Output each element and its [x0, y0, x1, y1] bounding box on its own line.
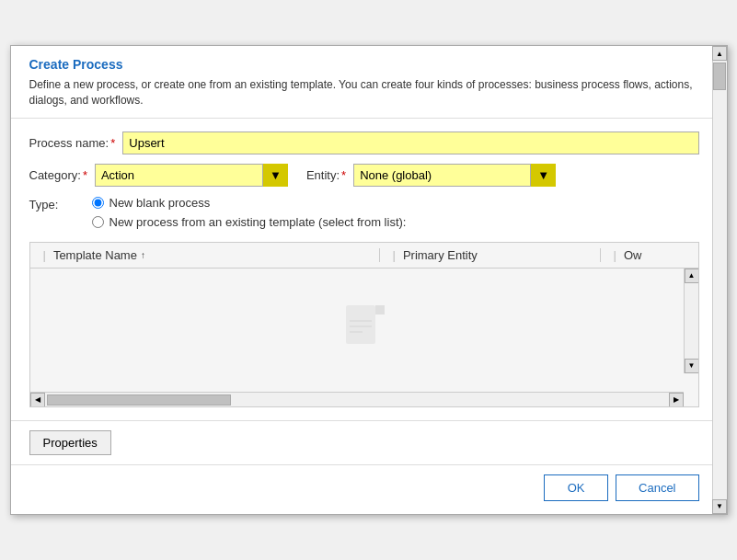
template-hscrollbar[interactable]: ◀ ▶ — [30, 392, 684, 406]
template-scroll-down[interactable]: ▼ — [685, 359, 699, 373]
template-col-entity-label: Primary Entity — [403, 248, 478, 262]
category-select-wrapper: Action ▼ — [87, 164, 288, 187]
dialog-description: Define a new process, or create one from… — [29, 77, 699, 109]
template-col-owner: | Ow — [601, 248, 698, 262]
pipe1: | — [40, 248, 50, 262]
type-template-radio[interactable] — [92, 216, 104, 228]
type-blank-radio[interactable] — [92, 197, 104, 209]
template-body: ▲ ▼ — [30, 269, 698, 388]
main-scrollbar[interactable]: ▲ ▼ — [712, 46, 727, 514]
template-section: | Template Name ↑ | Primary Entity | Ow — [29, 242, 699, 407]
ok-button[interactable]: OK — [544, 474, 608, 501]
template-col-name: | Template Name ↑ — [30, 248, 380, 262]
scroll-down-btn[interactable]: ▼ — [712, 499, 727, 514]
svg-rect-2 — [375, 305, 385, 314]
empty-state-icon — [337, 301, 392, 356]
properties-button[interactable]: Properties — [29, 430, 111, 455]
category-entity-row: Category: * Action ▼ Entity: * None (glo… — [29, 164, 699, 187]
svg-rect-0 — [346, 305, 375, 344]
type-blank-radio-label[interactable]: New blank process — [92, 196, 407, 210]
template-col-owner-label: Ow — [624, 248, 642, 262]
pipe3: | — [610, 248, 620, 262]
entity-select[interactable]: None (global) — [353, 164, 556, 187]
template-scroll-right[interactable]: ▶ — [669, 393, 684, 407]
category-label: Category: — [29, 168, 81, 182]
entity-label: Entity: — [306, 168, 340, 182]
template-col-name-label: Template Name — [53, 248, 137, 262]
type-template-radio-label[interactable]: New process from an existing template (s… — [92, 215, 407, 229]
pipe2: | — [389, 248, 399, 262]
entity-select-wrapper: None (global) ▼ — [346, 164, 556, 187]
document-icon — [337, 301, 392, 356]
dialog-body: Process name: * Category: * Action ▼ Ent… — [11, 119, 727, 420]
template-vscroll-track — [685, 283, 698, 359]
template-vscrollbar[interactable]: ▲ ▼ — [684, 269, 698, 373]
process-name-required: * — [110, 136, 115, 150]
dialog-title: Create Process — [29, 57, 699, 72]
process-name-input[interactable] — [122, 131, 698, 154]
type-label: Type: — [29, 198, 85, 211]
type-row: Type: New blank process New process from… — [29, 196, 699, 229]
template-col-entity: | Primary Entity — [380, 248, 601, 262]
process-name-row: Process name: * — [29, 131, 699, 154]
cancel-button[interactable]: Cancel — [616, 474, 698, 501]
dialog-header: Create Process Define a new process, or … — [11, 46, 727, 119]
type-radio-group: New blank process New process from an ex… — [92, 196, 407, 229]
scroll-up-btn[interactable]: ▲ — [712, 46, 727, 61]
dialog-action-row: OK Cancel — [11, 464, 727, 514]
create-process-dialog: ▲ ▼ Create Process Define a new process,… — [10, 45, 728, 515]
scroll-thumb[interactable] — [713, 63, 726, 90]
dialog-footer: Properties — [11, 420, 727, 464]
type-blank-label: New blank process — [109, 196, 211, 210]
process-name-label: Process name: — [29, 136, 109, 150]
template-scroll-up[interactable]: ▲ — [685, 269, 699, 283]
template-hscroll-thumb[interactable] — [47, 394, 231, 406]
type-template-label: New process from an existing template (s… — [109, 215, 407, 229]
template-hscroll-track — [45, 393, 669, 406]
template-scroll-left[interactable]: ◀ — [30, 393, 45, 407]
sort-arrow: ↑ — [141, 250, 145, 260]
template-table-header: | Template Name ↑ | Primary Entity | Ow — [30, 243, 698, 269]
category-select[interactable]: Action — [95, 164, 288, 187]
